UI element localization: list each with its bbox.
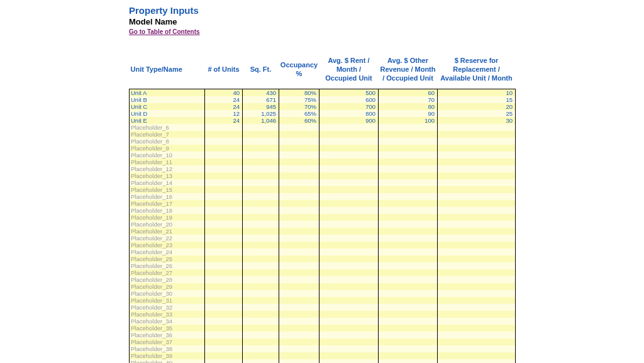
cell-avg-rent[interactable]	[319, 221, 379, 228]
cell-reserve[interactable]: 15	[438, 96, 516, 103]
cell-units[interactable]	[205, 159, 243, 165]
cell-units[interactable]: 40	[205, 89, 243, 97]
cell-units[interactable]: 24	[205, 96, 243, 103]
cell-occupancy[interactable]: 60%	[279, 117, 319, 124]
cell-reserve[interactable]	[438, 318, 516, 325]
cell-unit-type[interactable]: Placeholder_19	[130, 214, 205, 221]
cell-reserve[interactable]: 10	[438, 89, 516, 97]
cell-units[interactable]	[205, 249, 243, 255]
cell-avg-other[interactable]: 70	[379, 96, 438, 103]
cell-avg-other[interactable]	[379, 332, 438, 338]
cell-avg-other[interactable]	[379, 249, 438, 255]
cell-avg-rent[interactable]	[319, 332, 379, 338]
cell-avg-rent[interactable]	[319, 242, 379, 249]
cell-avg-rent[interactable]	[319, 262, 379, 269]
cell-occupancy[interactable]	[279, 262, 319, 269]
cell-units[interactable]	[205, 235, 243, 242]
cell-sqft[interactable]	[243, 152, 279, 159]
cell-avg-other[interactable]	[379, 359, 438, 363]
cell-reserve[interactable]: 25	[438, 110, 516, 117]
cell-unit-type[interactable]: Placeholder_34	[130, 318, 205, 325]
cell-sqft[interactable]	[243, 345, 279, 352]
cell-sqft[interactable]	[243, 332, 279, 338]
cell-occupancy[interactable]	[279, 172, 319, 179]
cell-occupancy[interactable]	[279, 269, 319, 276]
cell-reserve[interactable]	[438, 352, 516, 359]
cell-units[interactable]	[205, 152, 243, 159]
cell-sqft[interactable]	[243, 297, 279, 304]
cell-sqft[interactable]	[243, 124, 279, 131]
cell-reserve[interactable]	[438, 249, 516, 255]
cell-units[interactable]	[205, 179, 243, 186]
cell-units[interactable]	[205, 345, 243, 352]
cell-avg-rent[interactable]	[319, 290, 379, 297]
cell-reserve[interactable]	[438, 276, 516, 283]
cell-unit-type[interactable]: Unit C	[130, 103, 205, 110]
cell-reserve[interactable]	[438, 172, 516, 179]
cell-unit-type[interactable]: Placeholder_30	[130, 290, 205, 297]
cell-unit-type[interactable]: Placeholder_26	[130, 262, 205, 269]
cell-unit-type[interactable]: Placeholder_28	[130, 276, 205, 283]
cell-sqft[interactable]	[243, 338, 279, 345]
cell-reserve[interactable]	[438, 332, 516, 338]
cell-reserve[interactable]	[438, 138, 516, 145]
cell-occupancy[interactable]	[279, 207, 319, 214]
cell-units[interactable]	[205, 318, 243, 325]
cell-sqft[interactable]	[243, 290, 279, 297]
cell-avg-rent[interactable]: 500	[319, 89, 379, 97]
cell-unit-type[interactable]: Placeholder_13	[130, 172, 205, 179]
cell-avg-rent[interactable]	[319, 214, 379, 221]
cell-avg-other[interactable]	[379, 228, 438, 235]
cell-occupancy[interactable]	[279, 165, 319, 172]
cell-avg-other[interactable]	[379, 207, 438, 214]
cell-units[interactable]	[205, 242, 243, 249]
cell-sqft[interactable]	[243, 159, 279, 165]
cell-sqft[interactable]: 430	[243, 89, 279, 97]
cell-sqft[interactable]	[243, 359, 279, 363]
cell-units[interactable]	[205, 352, 243, 359]
cell-unit-type[interactable]: Placeholder_23	[130, 242, 205, 249]
cell-reserve[interactable]: 30	[438, 117, 516, 124]
cell-units[interactable]	[205, 325, 243, 332]
cell-avg-rent[interactable]	[319, 131, 379, 138]
cell-reserve[interactable]	[438, 297, 516, 304]
cell-avg-other[interactable]	[379, 325, 438, 332]
cell-sqft[interactable]	[243, 165, 279, 172]
cell-avg-rent[interactable]	[319, 179, 379, 186]
cell-units[interactable]	[205, 262, 243, 269]
cell-unit-type[interactable]: Placeholder_18	[130, 207, 205, 214]
cell-avg-other[interactable]	[379, 179, 438, 186]
cell-unit-type[interactable]: Placeholder_15	[130, 186, 205, 193]
cell-occupancy[interactable]: 80%	[279, 89, 319, 97]
cell-sqft[interactable]: 1,025	[243, 110, 279, 117]
cell-avg-other[interactable]	[379, 159, 438, 165]
cell-sqft[interactable]	[243, 269, 279, 276]
cell-avg-rent[interactable]	[319, 172, 379, 179]
toc-link[interactable]: Go to Table of Contents	[129, 28, 200, 35]
cell-reserve[interactable]	[438, 345, 516, 352]
cell-units[interactable]	[205, 359, 243, 363]
cell-occupancy[interactable]	[279, 138, 319, 145]
cell-occupancy[interactable]	[279, 297, 319, 304]
cell-sqft[interactable]	[243, 131, 279, 138]
cell-reserve[interactable]	[438, 221, 516, 228]
cell-avg-other[interactable]	[379, 200, 438, 207]
cell-unit-type[interactable]: Placeholder_27	[130, 269, 205, 276]
cell-unit-type[interactable]: Placeholder_31	[130, 297, 205, 304]
cell-reserve[interactable]	[438, 242, 516, 249]
cell-sqft[interactable]	[243, 172, 279, 179]
cell-avg-other[interactable]: 60	[379, 89, 438, 97]
cell-avg-rent[interactable]: 900	[319, 117, 379, 124]
cell-avg-other[interactable]	[379, 255, 438, 262]
cell-sqft[interactable]	[243, 283, 279, 290]
cell-occupancy[interactable]	[279, 283, 319, 290]
cell-units[interactable]	[205, 193, 243, 200]
cell-reserve[interactable]	[438, 228, 516, 235]
cell-reserve[interactable]	[438, 179, 516, 186]
cell-sqft[interactable]	[243, 145, 279, 152]
cell-avg-rent[interactable]	[319, 138, 379, 145]
cell-unit-type[interactable]: Unit B	[130, 96, 205, 103]
cell-avg-rent[interactable]: 700	[319, 103, 379, 110]
cell-reserve[interactable]	[438, 235, 516, 242]
cell-occupancy[interactable]	[279, 193, 319, 200]
